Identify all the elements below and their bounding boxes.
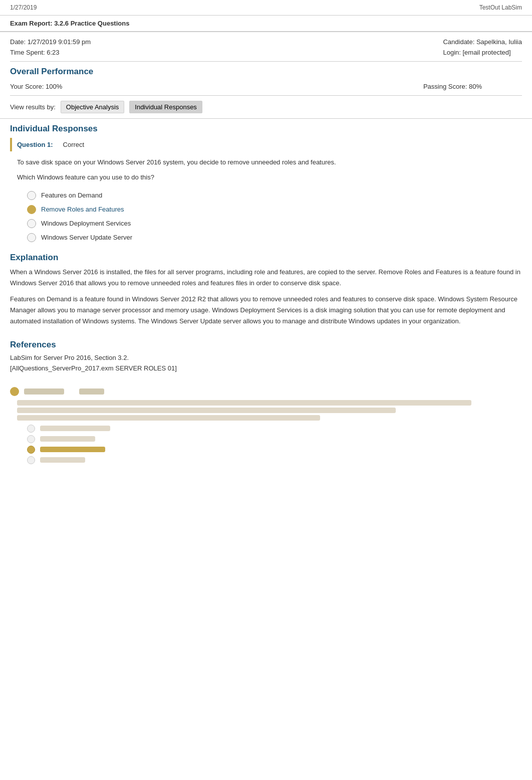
info-right: Candidate: Sapelkina, Iuliia Login: [ema… [443, 37, 522, 58]
view-results-bar: View results by: Objective Analysis Indi… [0, 96, 532, 119]
blurred-answer-text-2 [40, 436, 95, 442]
question-1-header: Question 1: Correct [17, 138, 522, 151]
individual-responses-title: Individual Responses [10, 124, 522, 134]
explanation-paragraph-2: Features on Demand is a feature found in… [10, 294, 522, 327]
login-label: Login: [email protected] [443, 48, 522, 58]
blurred-answer-circle-2 [27, 435, 35, 443]
question-1-block: Question 1: Correct [10, 138, 522, 151]
overall-performance-title: Overall Performance [10, 67, 93, 76]
overall-performance-header: Overall Performance [0, 62, 532, 80]
view-results-label: View results by: [10, 103, 56, 111]
answer-text-2: Remove Roles and Features [41, 206, 124, 213]
answer-text-4: Windows Server Update Server [41, 234, 132, 241]
answers-list: Features on Demand Remove Roles and Feat… [17, 185, 522, 248]
individual-responses-section: Individual Responses Question 1: Correct… [0, 119, 532, 248]
info-section: Date: 1/27/2019 9:01:59 pm Time Spent: 6… [0, 32, 532, 61]
date-label: Date: 1/27/2019 9:01:59 pm [10, 37, 91, 48]
answer-circle-1 [27, 191, 36, 200]
blurred-line-2 [17, 408, 396, 413]
blurred-answer-circle-1 [27, 425, 35, 433]
time-label: Time Spent: 6:23 [10, 48, 91, 58]
exam-title-bar: Exam Report: 3.2.6 Practice Questions [0, 16, 532, 32]
explanation-section: Explanation When a Windows Server 2016 i… [0, 248, 532, 335]
answer-item-1: Features on Demand [27, 188, 522, 203]
blurred-selected-circle [27, 446, 35, 454]
explanation-paragraph-1: When a Windows Server 2016 is installed,… [10, 267, 522, 289]
score-area: Your Score: 100% Passing Score: 80% [0, 80, 532, 95]
blurred-answer-circle-3 [27, 456, 35, 464]
explanation-title: Explanation [10, 253, 522, 263]
blurred-question-header [10, 387, 522, 396]
blurred-q2-content [10, 400, 522, 464]
blurred-selected-answer [27, 446, 522, 454]
blurred-question-2-section [0, 382, 532, 472]
references-line-1: LabSim for Server Pro 2016, Section 3.2. [10, 353, 522, 363]
answer-item-3: Windows Deployment Services [27, 217, 522, 231]
info-left: Date: 1/27/2019 9:01:59 pm Time Spent: 6… [10, 37, 91, 58]
blurred-answer-3 [27, 456, 522, 464]
tab-objective-analysis[interactable]: Objective Analysis [61, 101, 125, 113]
blurred-answer-2 [27, 435, 522, 443]
blurred-selected-text [40, 447, 105, 452]
blurred-line-3 [17, 415, 320, 421]
blurred-line-1 [17, 400, 471, 406]
candidate-label: Candidate: Sapelkina, Iuliia [443, 37, 522, 48]
answer-text-3: Windows Deployment Services [41, 220, 131, 227]
answer-circle-2 [27, 205, 36, 214]
blurred-status-circle [10, 387, 19, 396]
top-bar: 1/27/2019 TestOut LabSim [0, 0, 532, 16]
answer-text-1: Features on Demand [41, 191, 102, 199]
your-score: Your Score: 100% [10, 83, 62, 90]
references-line-2: [AllQuestions_ServerPro_2017.exm SERVER … [10, 363, 522, 374]
blurred-q2-label [24, 388, 64, 395]
passing-score: Passing Score: 80% [423, 83, 522, 90]
exam-title: Exam Report: 3.2.6 Practice Questions [10, 20, 129, 27]
answer-circle-4 [27, 233, 36, 242]
question-1-text: To save disk space on your Windows Serve… [17, 153, 522, 170]
question-1-prompt: Which Windows feature can you use to do … [17, 169, 522, 185]
tab-individual-responses[interactable]: Individual Responses [129, 101, 202, 113]
question-1-content: To save disk space on your Windows Serve… [10, 153, 522, 248]
answer-item-4: Windows Server Update Server [27, 231, 522, 245]
blurred-answer-text-3 [40, 457, 85, 463]
references-title: References [10, 340, 522, 350]
question-1-status: Correct [63, 141, 85, 148]
answer-item-2: Remove Roles and Features [27, 203, 522, 217]
blurred-answer-1 [27, 425, 522, 433]
top-bar-appname: TestOut LabSim [479, 4, 522, 11]
blurred-answer-text-1 [40, 426, 110, 431]
question-1-label: Question 1: [17, 141, 53, 148]
blurred-q2-status [79, 388, 104, 395]
references-section: References LabSim for Server Pro 2016, S… [0, 335, 532, 377]
answer-circle-3 [27, 219, 36, 228]
top-bar-date: 1/27/2019 [10, 4, 37, 11]
